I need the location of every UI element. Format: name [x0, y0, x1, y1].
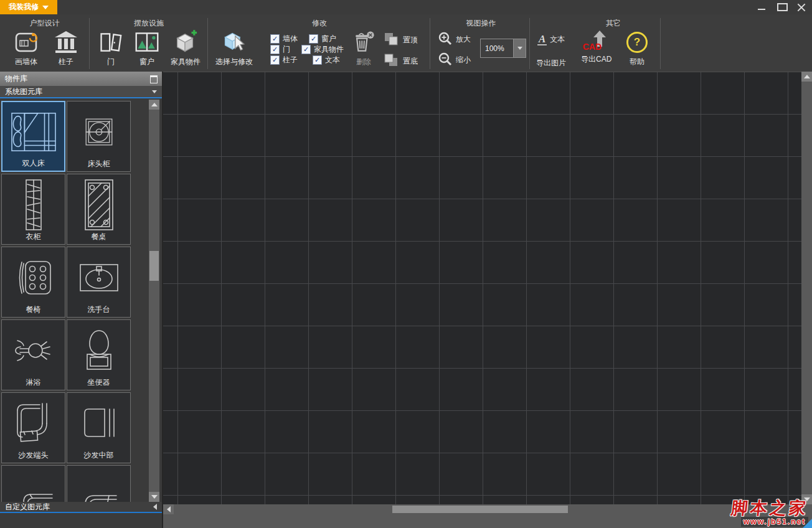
library-item-label: 洗手台 [67, 304, 130, 315]
select-modify-button[interactable]: 选择与修改 [215, 30, 253, 67]
arrow-left-icon [167, 506, 171, 512]
select-cursor-icon [222, 30, 247, 55]
delete-button[interactable]: 删除 [351, 30, 376, 67]
furniture-button[interactable]: 家具物件 [171, 30, 201, 67]
canvas-scroll-up-button[interactable] [801, 72, 812, 82]
group-facilities: 摆放设施 门 [92, 14, 205, 72]
export-cad-label: 导出CAD [581, 54, 611, 65]
library-item-shower[interactable]: 淋浴 [1, 319, 65, 390]
ribbon-toolbar: 户型设计 画墙体 [0, 14, 812, 72]
library-item-toilet[interactable]: 坐便器 [67, 319, 131, 390]
chevron-down-icon [42, 6, 49, 9]
drawing-canvas[interactable] [163, 72, 801, 504]
group-other: 其它 A 文本 导出图片 CAD 导出CAD ? [532, 14, 660, 72]
filter-door[interactable]: ✓ 门 [270, 44, 290, 55]
checkbox-checked-icon[interactable]: ✓ [301, 45, 311, 54]
close-button[interactable] [792, 0, 811, 14]
object-library-panel: 物件库 系统图元库 双人床 [0, 72, 163, 528]
scroll-up-button[interactable] [149, 100, 159, 110]
help-icon: ? [625, 30, 649, 55]
panel-collapse-icon[interactable] [150, 75, 158, 83]
text-tool-label: 文本 [550, 34, 565, 45]
export-image-button[interactable]: 导出图片 [536, 58, 566, 68]
library-item-wardrobe[interactable]: 衣柜 [1, 174, 65, 245]
checkbox-checked-icon[interactable]: ✓ [309, 34, 318, 44]
door-label: 门 [107, 57, 115, 67]
library-item-double-bed[interactable]: 双人床 [1, 101, 65, 172]
zoom-level-select[interactable]: 100% [480, 39, 526, 58]
toilet-icon [81, 328, 117, 373]
arrow-down-icon [151, 495, 158, 499]
checkbox-checked-icon[interactable]: ✓ [270, 55, 280, 65]
app-window: 我装我修 户型设计 [0, 0, 812, 528]
double-bed-icon [9, 110, 58, 154]
scrollbar-corner [801, 504, 812, 514]
custom-library-bar[interactable]: 自定义图元库 [0, 502, 162, 513]
group-separator [89, 18, 90, 69]
resize-grip[interactable] [803, 519, 812, 528]
filter-wall[interactable]: ✓ 墙体 [270, 34, 298, 44]
furniture-icon [173, 30, 198, 55]
export-cad-button[interactable]: CAD 导出CAD [581, 30, 611, 65]
corner-plant-icon [77, 489, 121, 502]
library-item-washbasin[interactable]: 洗手台 [67, 247, 131, 318]
minimize-button[interactable] [752, 0, 771, 14]
furniture-label: 家具物件 [171, 57, 201, 67]
checkbox-checked-icon[interactable]: ✓ [313, 55, 322, 65]
filter-pillar[interactable]: ✓ 柱子 [270, 55, 298, 65]
app-menu-button[interactable]: 我装我修 [0, 0, 57, 14]
window-button[interactable]: 窗户 [135, 30, 159, 67]
library-type-select[interactable]: 系统图元库 [0, 86, 162, 98]
send-bottom-button[interactable]: 置底 [384, 53, 418, 70]
filter-window[interactable]: ✓ 窗户 [309, 34, 336, 44]
group-title: 摆放设施 [92, 18, 205, 29]
library-item-sofa-end[interactable]: 沙发端头 [1, 392, 65, 463]
checkbox-checked-icon[interactable]: ✓ [270, 34, 280, 44]
library-item-partial-1[interactable] [1, 465, 65, 502]
group-separator [207, 18, 208, 69]
sofa-corner-icon [11, 489, 56, 502]
bring-top-icon [384, 32, 400, 49]
zoom-in-icon [438, 31, 453, 48]
library-item-partial-2[interactable] [67, 465, 131, 502]
draw-wall-button[interactable]: 画墙体 [14, 30, 39, 67]
library-scrollbar[interactable] [149, 100, 159, 502]
group-title: 户型设计 [0, 18, 89, 29]
library-item-dining-chair[interactable]: 餐椅 [1, 247, 65, 318]
library-item-sofa-middle[interactable]: 沙发中部 [67, 392, 131, 463]
app-menu-label: 我装我修 [9, 2, 39, 12]
maximize-icon [777, 3, 788, 11]
help-button[interactable]: ? 帮助 [625, 30, 649, 67]
scroll-down-button[interactable] [149, 492, 159, 502]
canvas-hscrollbar[interactable] [163, 504, 801, 514]
canvas-vscrollbar[interactable] [801, 72, 812, 504]
library-scrollbar-thumb[interactable] [149, 251, 159, 281]
shower-icon [12, 336, 55, 365]
door-button[interactable]: 门 [98, 30, 123, 67]
group-title: 其它 [532, 18, 694, 29]
canvas-scroll-down-button[interactable] [801, 494, 812, 504]
library-item-label: 双人床 [2, 158, 64, 169]
canvas-scroll-left-button[interactable] [163, 504, 174, 514]
pillar-button[interactable]: 柱子 [54, 30, 78, 67]
text-tool-button[interactable]: A 文本 [537, 34, 565, 45]
arrow-up-icon [151, 103, 158, 106]
select-modify-label: 选择与修改 [215, 57, 253, 67]
export-image-label: 导出图片 [536, 58, 566, 68]
library-item-dining-table[interactable]: 餐桌 [67, 174, 131, 245]
canvas-hscrollbar-thumb[interactable] [392, 506, 568, 513]
maximize-button[interactable] [773, 0, 791, 14]
library-item-nightstand[interactable]: 床头柜 [67, 101, 131, 172]
zoom-level-dropdown-button[interactable] [513, 39, 526, 57]
bring-top-label: 置顶 [403, 35, 418, 45]
filter-text[interactable]: ✓ 文本 [313, 55, 340, 65]
door-icon [98, 30, 123, 55]
zoom-out-button[interactable]: 缩小 [438, 52, 471, 68]
zoom-in-button[interactable]: 放大 [438, 31, 471, 48]
draw-wall-icon [14, 30, 39, 55]
library-item-label: 床头柜 [67, 159, 130, 169]
checkbox-checked-icon[interactable]: ✓ [270, 45, 280, 54]
filter-pillar-label: 柱子 [283, 55, 298, 65]
bring-top-button[interactable]: 置顶 [384, 32, 418, 49]
filter-furniture[interactable]: ✓ 家具物件 [301, 44, 344, 55]
